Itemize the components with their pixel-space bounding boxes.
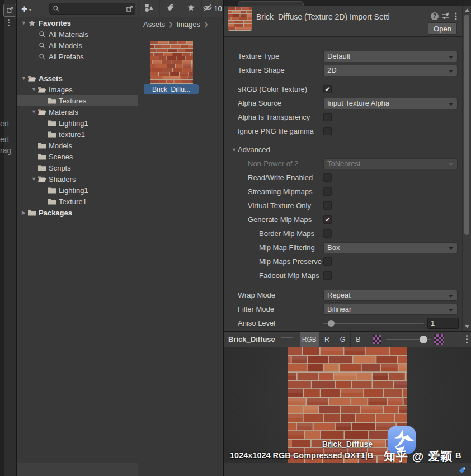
dropdown-mip-map-filtering[interactable]: Box [323,242,458,253]
asset-thumbnail-brick-diffuse[interactable] [150,41,193,84]
scrollbar-thumb[interactable] [464,15,469,235]
breadcrumb-assets[interactable]: Assets [143,20,165,29]
expander-closed-icon[interactable]: ▶ [20,210,27,215]
field-label: Read/Write Enabled [248,173,323,182]
tree-item-lighting1[interactable]: Lighting1 [17,117,138,129]
help-icon[interactable]: ? [430,12,440,22]
aniso-level-value[interactable]: 1 [427,318,459,329]
preview-title: Brick_Diffuse [228,335,275,343]
checkbox-fadeout-mip-maps[interactable] [323,271,332,280]
tree-item-label: Lighting1 [59,119,88,128]
tree-item-scripts[interactable]: Scripts [17,162,138,173]
scroll-up-arrow[interactable] [465,8,469,12]
preview-drag-handle[interactable] [281,337,293,341]
dropdown-texture-type[interactable]: Default [323,51,458,62]
checkbox-mip-maps-preserve-coverage[interactable] [323,257,332,266]
tree-item-favorites[interactable]: ▼Favorites [17,17,138,29]
dropdown-alpha-source[interactable]: Input Texture Alpha [323,98,458,109]
tree-item-packages[interactable]: ▶Packages [17,207,138,218]
field-label: sRGB (Color Texture) [238,85,323,93]
tree-item-label: All Materials [49,30,88,39]
search-input[interactable] [62,4,126,13]
chevron-down-icon: ▾ [29,7,31,12]
tree-item-label: Models [49,142,72,150]
tree-item-assets[interactable]: ▼Assets [17,73,138,84]
checkbox-alpha-is-transparency[interactable] [323,113,332,121]
mip-slider-knob[interactable] [420,336,427,343]
hidden-count: 10 [214,4,222,13]
dropdown-texture-shape[interactable]: 2D [323,65,458,76]
dropdown-value: Default [324,52,350,60]
expander-open-icon[interactable]: ▼ [20,76,27,81]
expander-open-icon[interactable]: ▼ [30,109,37,115]
tree-item-scenes[interactable]: Scenes [17,151,138,162]
search-popout-icon[interactable] [126,5,133,12]
tree-item-texture1[interactable]: texture1 [17,129,138,140]
checkbox-generate-mip-maps[interactable]: ✔ [323,215,332,224]
tree-item-label: Assets [39,74,63,83]
presets-icon[interactable] [441,12,451,22]
field-row-advanced: ▼Advanced [224,143,461,157]
preview-info: 1024x1024 RGB Compressed DXT1|B [230,451,373,460]
scroll-down-arrow[interactable] [465,325,469,328]
open-button[interactable]: Open [428,22,457,35]
foldout-arrow-icon[interactable]: ▼ [230,147,238,153]
checkbox-border-mip-maps[interactable] [323,229,332,238]
watermark-text: 知乎 @ 爱颖 [384,449,453,463]
tree-item-all-materials[interactable]: All Materials [17,29,138,40]
checkbox-srgb-color-texture-[interactable]: ✔ [323,85,332,93]
channel-button-r[interactable]: R [319,332,335,347]
expander-open-icon[interactable]: ▼ [20,20,27,26]
favorites-filter-button[interactable] [181,0,202,17]
checkbox-read-write-enabled[interactable] [323,173,332,182]
create-asset-button[interactable]: + ▾ [21,3,31,14]
checkbox-virtual-texture-only[interactable] [323,201,332,210]
tree-item-textures[interactable]: Textures [17,95,138,106]
channel-button-rgb[interactable]: RGB [300,332,319,347]
pop-out-icon [6,6,13,15]
tree-item-models[interactable]: Models [17,140,138,151]
dropdown-value: Input Texture Alpha [324,99,389,107]
foldout-label[interactable]: Advanced [238,145,270,154]
tree-item-all-prefabs[interactable]: All Prefabs [17,51,138,62]
field-row-border-mip-maps: Border Mip Maps [224,227,461,241]
tree-item-materials[interactable]: ▼Materials [17,106,138,117]
hidden-packages-toggle[interactable]: 10 [201,0,223,17]
tree-item-texture1[interactable]: Texture1 [17,196,138,207]
assetbundle-tag-icon[interactable] [458,466,467,476]
field-label: Ignore PNG file gamma [238,127,323,135]
tree-item-shaders[interactable]: ▼Shaders [17,173,138,185]
preview-menu-icon[interactable] [466,334,468,345]
inspector-scrollbar[interactable] [462,6,471,331]
asset-browser-panel: 10 Assets❯Images❯ Brick_Diffu... [139,0,224,476]
filter-by-label-button[interactable] [159,0,181,17]
asset-label[interactable]: Brick_Diffu... [144,84,199,94]
search-icon [37,52,46,61]
aniso-level-slider[interactable] [323,323,424,324]
checkbox-streaming-mipmaps[interactable] [323,187,332,196]
project-search[interactable] [49,3,135,15]
breadcrumb-images[interactable]: Images [176,20,200,29]
dropdown-wrap-mode[interactable]: Repeat [323,290,458,301]
mip-level-slider[interactable] [386,339,431,340]
channel-button-g[interactable]: G [335,332,350,347]
preview-caption: Brick_Diffuse [224,440,471,449]
tree-item-images[interactable]: ▼Images [17,84,138,95]
expander-open-icon[interactable]: ▼ [30,87,37,92]
field-label: Wrap Mode [238,291,323,299]
inspector-tabstrip [224,0,471,6]
tree-item-lighting1[interactable]: Lighting1 [17,185,138,196]
kebab-menu-icon[interactable] [5,18,12,27]
filter-by-type-button[interactable] [139,0,159,17]
tree-item-all-models[interactable]: All Models [17,40,138,51]
expander-open-icon[interactable]: ▼ [30,176,37,182]
more-menu-icon[interactable] [451,12,461,22]
svg-text:?: ? [433,13,436,19]
channel-button-b[interactable]: B [350,332,366,347]
field-label: Border Mip Maps [259,229,323,238]
slider-knob[interactable] [328,320,335,327]
dropdown-filter-mode[interactable]: Bilinear [323,304,458,315]
kebab-menu-icon [455,12,457,22]
pop-out-icon[interactable] [3,4,16,17]
checkbox-ignore-png-file-gamma[interactable] [323,127,332,135]
